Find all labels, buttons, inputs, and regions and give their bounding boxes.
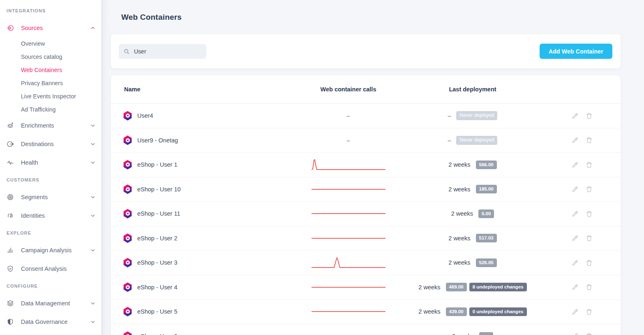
row-name-cell[interactable]: eShop - User 2 [111, 233, 304, 243]
row-name-cell[interactable]: eShop - User 6 [111, 331, 304, 335]
row-calls-cell [304, 256, 392, 269]
delete-button[interactable] [586, 186, 593, 193]
health-icon [7, 159, 14, 166]
sidebar-item-label: Enrichments [21, 122, 90, 129]
table-row: eShop - User 4 2 weeks469.008 undeployed… [111, 275, 621, 300]
row-name-cell[interactable]: eShop - User 4 [111, 282, 304, 292]
row-name-cell[interactable]: User4 [111, 111, 304, 121]
calls-sparkline-chart [312, 158, 385, 171]
edit-button[interactable] [572, 112, 579, 119]
last-deployment-text: 2 weeks [448, 186, 470, 193]
sidebar-item-destinations[interactable]: Destinations [0, 135, 101, 153]
calls-value-badge: 566.00 [476, 161, 497, 169]
edit-button[interactable] [572, 308, 579, 315]
row-actions [553, 284, 621, 291]
row-name-cell[interactable]: eShop - User 10 [111, 184, 304, 194]
edit-button[interactable] [572, 137, 579, 144]
sidebar-item-web-containers[interactable]: Web Containers [0, 63, 101, 77]
add-web-container-button[interactable]: Add Web Container [540, 44, 612, 59]
sidebar-item-consent-analysis[interactable]: Consent Analysis [0, 259, 101, 278]
sidebar-item-sources[interactable]: Sources [0, 19, 101, 37]
calls-sparkline-chart [312, 305, 385, 318]
delete-button[interactable] [586, 112, 593, 119]
row-calls-cell: – [304, 137, 392, 144]
delete-button[interactable] [586, 210, 593, 217]
sidebar-item-health[interactable]: Health [0, 153, 101, 172]
row-actions [553, 333, 621, 335]
delete-button[interactable] [586, 259, 593, 266]
search-box[interactable] [119, 44, 206, 59]
web-container-icon [123, 111, 132, 121]
calls-value-badge [479, 332, 493, 335]
sidebar-item-data-management[interactable]: Data Management [0, 294, 101, 312]
edit-button[interactable] [572, 284, 579, 291]
row-deployment-cell: 2 weeks [392, 332, 553, 335]
sidebar-item-overview[interactable]: Overview [0, 37, 101, 50]
row-name-cell[interactable]: User9 - Onetag [111, 135, 304, 145]
sidebar-item-label: Data Governance [21, 319, 90, 325]
sidebar-item-sources-catalog[interactable]: Sources catalog [0, 50, 101, 63]
edit-button[interactable] [572, 186, 579, 193]
row-actions [553, 161, 621, 168]
edit-button[interactable] [572, 210, 579, 217]
delete-button[interactable] [586, 235, 593, 242]
table-row: eShop - User 6 2 weeks [111, 324, 621, 335]
delete-button[interactable] [586, 333, 593, 335]
row-name-cell[interactable]: eShop - User 1 [111, 160, 304, 170]
sidebar-item-label: Data Management [21, 300, 90, 307]
row-actions [553, 210, 621, 217]
sidebar-item-enrichments[interactable]: Enrichments [0, 116, 101, 135]
delete-button[interactable] [586, 284, 593, 291]
never-deployed-badge: Never deployed [456, 136, 497, 145]
row-deployment-cell: –Never deployed [392, 111, 553, 120]
chevron-down-icon [90, 123, 95, 128]
row-calls-cell [304, 232, 392, 244]
column-header-name: Name [111, 86, 304, 93]
edit-button[interactable] [572, 333, 579, 335]
chevron-up-icon [90, 26, 95, 30]
last-deployment-text: 2 weeks [451, 210, 473, 217]
edit-button[interactable] [572, 259, 579, 266]
delete-button[interactable] [586, 308, 593, 315]
sidebar-item-live-events-inspector[interactable]: Live Events Inspector [0, 90, 101, 103]
web-container-icon [123, 184, 132, 194]
edit-button[interactable] [572, 235, 579, 242]
deployment-badges: 5.00 [478, 209, 494, 218]
campaign-analysis-icon [7, 247, 14, 254]
sidebar-item-label: Sources [21, 25, 90, 31]
row-name-cell[interactable]: eShop - User 11 [111, 209, 304, 219]
search-input[interactable] [134, 48, 196, 55]
sidebar-item-data-governance[interactable]: Data Governance [0, 312, 101, 331]
calls-value-badge: 469.00 [446, 283, 467, 291]
table-row: eShop - User 2 2 weeks517.03 [111, 226, 621, 251]
delete-button[interactable] [586, 137, 593, 144]
edit-button[interactable] [572, 161, 579, 168]
chevron-down-icon [90, 160, 95, 165]
row-name: User4 [137, 112, 153, 119]
row-name-cell[interactable]: eShop - User 3 [111, 258, 304, 268]
row-name: eShop - User 10 [137, 186, 181, 193]
web-container-icon [123, 233, 132, 243]
sidebar-item-segments[interactable]: Segments [0, 188, 101, 206]
search-icon [124, 49, 129, 54]
sidebar-nav: INTEGRATIONSSourcesOverviewSources catal… [0, 8, 101, 331]
sidebar-item-identities[interactable]: Identities [0, 206, 101, 225]
calls-sparkline-chart [312, 281, 385, 293]
never-deployed-badge: Never deployed [456, 111, 497, 120]
row-deployment-cell: 2 weeks469.008 undeployed changes [392, 283, 553, 291]
calls-sparkline-chart [312, 256, 385, 269]
calls-value-badge: 439.00 [446, 307, 467, 316]
delete-button[interactable] [586, 161, 593, 168]
row-actions [553, 259, 621, 266]
deployment-badges: Never deployed [456, 136, 497, 145]
sidebar-item-campaign-analysis[interactable]: Campaign Analysis [0, 241, 101, 259]
row-deployment-cell: 2 weeks439.000 undeployed changes [392, 307, 553, 316]
sidebar-item-ad-trafficking[interactable]: Ad Trafficking [0, 103, 101, 116]
undeployed-changes-badge: 8 undeployed changes [469, 283, 527, 291]
data-management-icon [7, 300, 14, 307]
row-name-cell[interactable]: eShop - User 5 [111, 307, 304, 316]
data-governance-icon [7, 318, 14, 326]
sidebar-item-privacy-banners[interactable]: Privacy Banners [0, 77, 101, 90]
sidebar-item-label: Consent Analysis [21, 265, 95, 272]
last-deployment-text: 2 weeks [448, 259, 470, 266]
